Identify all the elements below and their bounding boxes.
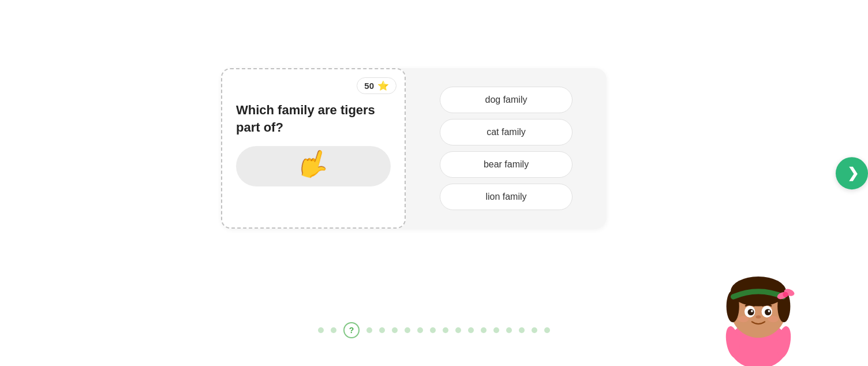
next-button[interactable]: ❯ [836, 157, 868, 189]
score-badge: 50 ⭐ [357, 77, 396, 94]
answer-dog-family[interactable]: dog family [440, 87, 573, 113]
answer-bear-family[interactable]: bear family [440, 151, 573, 178]
dot-7 [405, 327, 410, 333]
character-illustration [695, 227, 822, 366]
quiz-card: 50 ⭐ Which family are tigers part of? 👆 … [221, 68, 607, 229]
dot-17 [532, 327, 537, 333]
svg-point-15 [768, 310, 770, 312]
character-svg [695, 227, 822, 366]
dot-1 [318, 327, 324, 333]
dot-2 [331, 327, 336, 333]
answer-lion-family[interactable]: lion family [440, 184, 573, 210]
dot-10 [443, 327, 448, 333]
dot-14 [493, 327, 499, 333]
svg-point-18 [768, 316, 779, 322]
dot-5 [379, 327, 385, 333]
dot-16 [519, 327, 525, 333]
hand-icon: 👆 [293, 144, 334, 185]
svg-point-13 [765, 309, 771, 315]
answer-cat-family[interactable]: cat family [440, 119, 573, 145]
question-text: Which family are tigers part of? [236, 102, 391, 136]
dot-8 [417, 327, 423, 333]
svg-point-9 [783, 292, 788, 297]
score-value: 50 [364, 81, 374, 91]
dot-4 [366, 327, 372, 333]
dot-9 [430, 327, 436, 333]
dot-6 [392, 327, 398, 333]
dot-13 [481, 327, 487, 333]
answers-panel: dog family cat family bear family lion f… [406, 68, 607, 229]
next-arrow-icon: ❯ [847, 165, 859, 181]
dot-11 [455, 327, 461, 333]
svg-point-12 [748, 309, 754, 315]
star-icon: ⭐ [377, 80, 389, 91]
svg-point-16 [755, 315, 761, 319]
question-mark-label: ? [349, 326, 354, 335]
svg-point-17 [738, 316, 749, 322]
dot-12 [468, 327, 474, 333]
dot-15 [506, 327, 512, 333]
question-panel: 50 ⭐ Which family are tigers part of? 👆 [221, 68, 406, 229]
dot-18 [544, 327, 550, 333]
svg-point-14 [751, 310, 753, 312]
hand-area: 👆 [236, 146, 391, 186]
dot-question: ? [343, 322, 360, 338]
